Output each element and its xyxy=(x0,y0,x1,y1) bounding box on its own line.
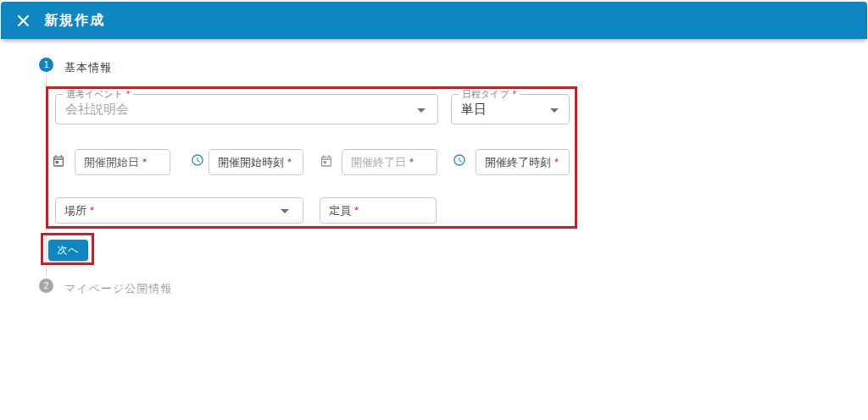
step-2-number: 2 xyxy=(44,281,49,290)
dialog-title: 新規作成 xyxy=(44,12,105,30)
close-button[interactable] xyxy=(15,13,31,28)
step-1-number: 1 xyxy=(44,60,49,69)
clock-icon xyxy=(191,153,204,167)
location-select[interactable]: 場所* xyxy=(55,197,303,224)
step-2-label: マイページ公開情報 xyxy=(64,281,172,296)
chevron-down-icon xyxy=(281,209,289,213)
start-date-input[interactable]: 開催開始日* xyxy=(75,149,170,175)
next-button[interactable]: 次へ xyxy=(48,240,88,261)
capacity-placeholder: 定員 xyxy=(329,204,351,217)
chevron-down-icon xyxy=(417,108,426,113)
step-badge-1: 1 xyxy=(39,58,53,72)
location-placeholder: 場所 xyxy=(64,204,86,217)
chevron-down-icon xyxy=(550,108,559,113)
end-date-placeholder: 開催終了日 xyxy=(351,156,406,169)
start-date-placeholder: 開催開始日 xyxy=(84,156,139,169)
end-time-input[interactable]: 開催終了時刻* xyxy=(476,149,570,175)
step-1-label: 基本情報 xyxy=(64,60,112,75)
calendar-icon xyxy=(52,154,65,168)
start-time-input[interactable]: 開催開始時刻* xyxy=(209,149,303,175)
event-select-label: 選考イベント* xyxy=(63,89,133,99)
clock-icon xyxy=(453,153,466,167)
calendar-icon xyxy=(320,154,333,168)
event-select[interactable]: 選考イベント* 会社説明会 xyxy=(55,94,438,124)
start-time-placeholder: 開催開始時刻 xyxy=(218,156,284,169)
end-date-input[interactable]: 開催終了日* xyxy=(342,149,437,175)
dialog-header: 新規作成 xyxy=(1,2,867,39)
capacity-input[interactable]: 定員* xyxy=(320,197,437,224)
step-badge-2: 2 xyxy=(39,279,53,293)
schedule-type-select[interactable]: 日程タイプ* 単日 xyxy=(451,94,570,124)
end-time-placeholder: 開催終了時刻 xyxy=(485,156,551,169)
schedule-type-select-label: 日程タイプ* xyxy=(459,89,520,99)
close-icon xyxy=(17,14,30,27)
